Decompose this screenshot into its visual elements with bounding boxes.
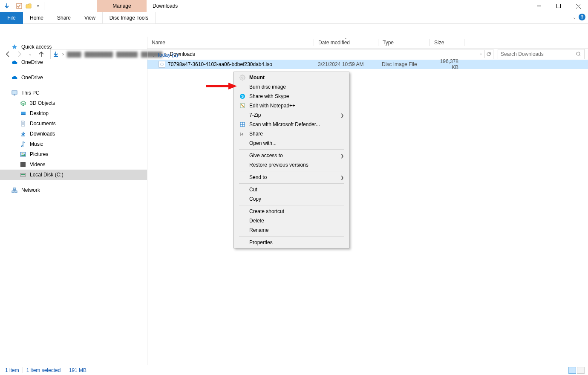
properties-check-icon[interactable] [16, 3, 23, 9]
svg-rect-11 [21, 114, 26, 115]
desktop-icon [20, 110, 26, 117]
ribbon-collapse-icon[interactable]: ⌄ [573, 15, 576, 20]
sidebar-onedrive[interactable]: OneDrive [0, 57, 147, 67]
sidebar-onedrive[interactable]: OneDrive [0, 72, 147, 83]
view-tab[interactable]: View [78, 12, 102, 24]
column-size[interactable]: Size [430, 37, 464, 48]
details-view-button[interactable] [568, 367, 576, 374]
quick-access-toolbar: ▾ [0, 0, 48, 12]
share-tab[interactable]: Share [50, 12, 78, 24]
ctx-burn-disc-image[interactable]: Burn disc image [235, 82, 348, 92]
cloud-icon [11, 59, 18, 66]
monitor-icon [11, 89, 18, 96]
ctx-create-shortcut[interactable]: Create shortcut [235, 207, 348, 216]
home-tab[interactable]: Home [23, 12, 50, 24]
column-type[interactable]: Type [378, 37, 429, 48]
ctx-defender-scan[interactable]: Scan with Microsoft Defender... [235, 120, 348, 129]
sidebar-item-label: Desktop [30, 110, 49, 116]
ctx-restore-versions[interactable]: Restore previous versions [235, 160, 348, 170]
group-today[interactable]: ⌄ Today (1) [147, 49, 588, 60]
video-icon [20, 161, 26, 168]
ctx-notepad-plus-plus[interactable]: Edit with Notepad++ [235, 101, 348, 110]
window-title: Downloads [153, 3, 178, 9]
svg-rect-2 [557, 4, 561, 8]
sidebar-3d-objects[interactable]: 3D Objects [0, 98, 147, 108]
svg-rect-19 [20, 162, 21, 167]
help-icon[interactable]: ? [579, 14, 585, 20]
sidebar-videos[interactable]: Videos [0, 159, 147, 170]
svg-text:S: S [241, 94, 244, 98]
ctx-open-with[interactable]: Open with... [235, 138, 348, 148]
sidebar-network[interactable]: Network [0, 185, 147, 195]
status-selection: 1 item selected [26, 367, 61, 373]
file-tab[interactable]: File [0, 12, 23, 24]
svg-rect-22 [21, 174, 25, 175]
column-name[interactable]: Name [147, 37, 314, 48]
ctx-send-to[interactable]: Send to❯ [235, 173, 348, 182]
column-date[interactable]: Date modified⌄ [314, 37, 378, 48]
share-icon [239, 130, 246, 137]
sidebar-quick-access[interactable]: Quick access [0, 42, 147, 52]
sidebar-item-label: Downloads [30, 131, 55, 137]
ctx-share[interactable]: Share [235, 129, 348, 138]
large-icons-view-button[interactable] [577, 367, 585, 374]
sidebar-local-disk[interactable]: Local Disk (C:) [0, 170, 147, 180]
sidebar-item-label: Quick access [21, 44, 52, 50]
ctx-cut[interactable]: Cut [235, 185, 348, 194]
qat-customize-dropdown[interactable]: ▾ [35, 3, 41, 9]
cube-icon [20, 100, 26, 107]
file-name: 70798a47-3610-4103-aa06-bdbef230dab4.iso [168, 61, 272, 67]
sidebar-item-label: Network [21, 187, 40, 193]
ctx-share-skype[interactable]: S Share with Skype [235, 92, 348, 101]
file-type: Disc Image File [378, 61, 429, 67]
sidebar-item-label: 3D Objects [30, 100, 55, 106]
skype-icon: S [239, 93, 246, 100]
down-arrow-icon[interactable] [3, 3, 10, 9]
minimize-button[interactable] [529, 0, 549, 12]
file-row[interactable]: 70798a47-3610-4103-aa06-bdbef230dab4.iso… [147, 60, 588, 69]
download-icon [20, 130, 26, 137]
folder-icon[interactable] [25, 3, 32, 9]
ctx-give-access[interactable]: Give access to❯ [235, 151, 348, 160]
sidebar-item-label: Videos [30, 162, 45, 167]
sidebar-item-label: Pictures [30, 151, 48, 157]
sidebar-downloads[interactable]: Downloads [0, 129, 147, 139]
file-date: 3/21/2024 10:59 AM [314, 61, 378, 67]
ctx-mount[interactable]: Mount [235, 73, 348, 82]
ctx-delete[interactable]: Delete [235, 216, 348, 225]
sidebar-item-label: Documents [30, 121, 56, 127]
file-list-pane: Name Date modified⌄ Type Size ⌄ Today (1… [147, 37, 588, 365]
sidebar-music[interactable]: Music [0, 139, 147, 149]
maximize-button[interactable] [549, 0, 568, 12]
close-button[interactable] [568, 0, 588, 12]
sidebar-pictures[interactable]: Pictures [0, 149, 147, 159]
ribbon-right: ⌄ ? [573, 14, 585, 20]
disc-image-tools-tab[interactable]: Disc Image Tools [102, 12, 156, 24]
status-selection-size: 191 MB [69, 367, 86, 373]
chevron-right-icon: ❯ [340, 175, 344, 180]
sidebar-item-label: OneDrive [21, 59, 43, 65]
ctx-properties[interactable]: Properties [235, 238, 348, 247]
sidebar-item-label: This PC [21, 90, 40, 96]
shield-icon [239, 121, 246, 128]
star-icon [11, 43, 18, 50]
music-icon [20, 141, 26, 147]
sidebar-desktop[interactable]: Desktop [0, 108, 147, 118]
ctx-copy[interactable]: Copy [235, 194, 348, 204]
ctx-rename[interactable]: Rename [235, 225, 348, 235]
svg-point-27 [242, 77, 243, 78]
manage-context-tab-header[interactable]: Manage [97, 0, 147, 12]
sidebar-documents[interactable]: Documents [0, 118, 147, 129]
chevron-down-icon: ⌄ [152, 53, 155, 58]
view-toggle [568, 367, 585, 374]
sidebar-this-pc[interactable]: This PC [0, 88, 147, 98]
svg-rect-9 [14, 95, 15, 95]
network-icon [11, 187, 18, 193]
status-bar: 1 item 1 item selected 191 MB [0, 365, 588, 375]
sidebar-item-label: Music [30, 141, 43, 147]
svg-rect-23 [13, 188, 16, 190]
titlebar: ▾ Manage Downloads File Home Share View … [0, 0, 588, 24]
ctx-7zip[interactable]: 7-Zip❯ [235, 110, 348, 120]
context-menu: Mount Burn disc image S Share with Skype… [233, 72, 349, 248]
sidebar-item-label: Local Disk (C:) [30, 172, 63, 178]
